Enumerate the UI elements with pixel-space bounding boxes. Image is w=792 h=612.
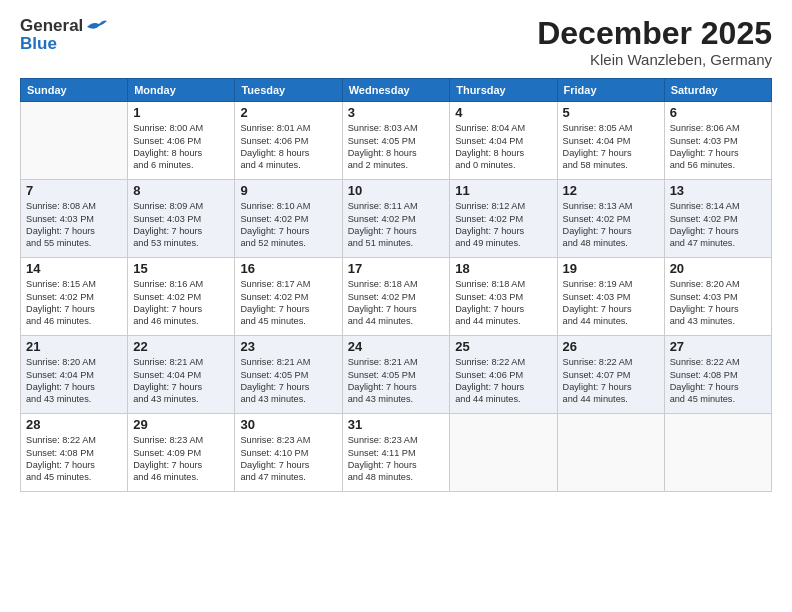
calendar-cell: 28Sunrise: 8:22 AM Sunset: 4:08 PM Dayli… (21, 414, 128, 492)
calendar-cell: 10Sunrise: 8:11 AM Sunset: 4:02 PM Dayli… (342, 180, 450, 258)
header-saturday: Saturday (664, 79, 771, 102)
calendar-cell: 26Sunrise: 8:22 AM Sunset: 4:07 PM Dayli… (557, 336, 664, 414)
cell-date-number: 9 (240, 183, 336, 198)
cell-info-text: Sunrise: 8:21 AM Sunset: 4:05 PM Dayligh… (348, 356, 445, 406)
logo-text-general: General (20, 16, 83, 36)
calendar-cell: 1Sunrise: 8:00 AM Sunset: 4:06 PM Daylig… (128, 102, 235, 180)
calendar-cell: 8Sunrise: 8:09 AM Sunset: 4:03 PM Daylig… (128, 180, 235, 258)
cell-date-number: 5 (563, 105, 659, 120)
cell-date-number: 19 (563, 261, 659, 276)
calendar-title: December 2025 (537, 16, 772, 51)
cell-info-text: Sunrise: 8:16 AM Sunset: 4:02 PM Dayligh… (133, 278, 229, 328)
cell-info-text: Sunrise: 8:14 AM Sunset: 4:02 PM Dayligh… (670, 200, 766, 250)
cell-info-text: Sunrise: 8:22 AM Sunset: 4:08 PM Dayligh… (670, 356, 766, 406)
cell-info-text: Sunrise: 8:23 AM Sunset: 4:09 PM Dayligh… (133, 434, 229, 484)
header-sunday: Sunday (21, 79, 128, 102)
calendar-week-row: 1Sunrise: 8:00 AM Sunset: 4:06 PM Daylig… (21, 102, 772, 180)
cell-info-text: Sunrise: 8:12 AM Sunset: 4:02 PM Dayligh… (455, 200, 551, 250)
cell-info-text: Sunrise: 8:09 AM Sunset: 4:03 PM Dayligh… (133, 200, 229, 250)
cell-info-text: Sunrise: 8:22 AM Sunset: 4:08 PM Dayligh… (26, 434, 122, 484)
cell-info-text: Sunrise: 8:06 AM Sunset: 4:03 PM Dayligh… (670, 122, 766, 172)
calendar-subtitle: Klein Wanzleben, Germany (537, 51, 772, 68)
cell-date-number: 18 (455, 261, 551, 276)
cell-info-text: Sunrise: 8:20 AM Sunset: 4:03 PM Dayligh… (670, 278, 766, 328)
calendar-cell (450, 414, 557, 492)
cell-info-text: Sunrise: 8:04 AM Sunset: 4:04 PM Dayligh… (455, 122, 551, 172)
cell-date-number: 25 (455, 339, 551, 354)
cell-date-number: 22 (133, 339, 229, 354)
cell-date-number: 2 (240, 105, 336, 120)
calendar-cell: 19Sunrise: 8:19 AM Sunset: 4:03 PM Dayli… (557, 258, 664, 336)
calendar-cell: 17Sunrise: 8:18 AM Sunset: 4:02 PM Dayli… (342, 258, 450, 336)
logo-bird-icon (85, 19, 107, 35)
calendar-cell: 27Sunrise: 8:22 AM Sunset: 4:08 PM Dayli… (664, 336, 771, 414)
cell-info-text: Sunrise: 8:19 AM Sunset: 4:03 PM Dayligh… (563, 278, 659, 328)
calendar-week-row: 7Sunrise: 8:08 AM Sunset: 4:03 PM Daylig… (21, 180, 772, 258)
page: General Blue December 2025 Klein Wanzleb… (0, 0, 792, 612)
cell-date-number: 7 (26, 183, 122, 198)
cell-info-text: Sunrise: 8:23 AM Sunset: 4:11 PM Dayligh… (348, 434, 445, 484)
calendar-week-row: 14Sunrise: 8:15 AM Sunset: 4:02 PM Dayli… (21, 258, 772, 336)
cell-info-text: Sunrise: 8:22 AM Sunset: 4:07 PM Dayligh… (563, 356, 659, 406)
calendar-cell: 23Sunrise: 8:21 AM Sunset: 4:05 PM Dayli… (235, 336, 342, 414)
cell-info-text: Sunrise: 8:18 AM Sunset: 4:03 PM Dayligh… (455, 278, 551, 328)
calendar-week-row: 28Sunrise: 8:22 AM Sunset: 4:08 PM Dayli… (21, 414, 772, 492)
cell-date-number: 20 (670, 261, 766, 276)
cell-date-number: 6 (670, 105, 766, 120)
cell-date-number: 28 (26, 417, 122, 432)
cell-date-number: 21 (26, 339, 122, 354)
cell-date-number: 13 (670, 183, 766, 198)
cell-info-text: Sunrise: 8:13 AM Sunset: 4:02 PM Dayligh… (563, 200, 659, 250)
cell-date-number: 26 (563, 339, 659, 354)
cell-info-text: Sunrise: 8:18 AM Sunset: 4:02 PM Dayligh… (348, 278, 445, 328)
cell-date-number: 1 (133, 105, 229, 120)
cell-date-number: 3 (348, 105, 445, 120)
calendar-cell: 11Sunrise: 8:12 AM Sunset: 4:02 PM Dayli… (450, 180, 557, 258)
cell-date-number: 10 (348, 183, 445, 198)
title-block: December 2025 Klein Wanzleben, Germany (537, 16, 772, 68)
calendar-cell: 15Sunrise: 8:16 AM Sunset: 4:02 PM Dayli… (128, 258, 235, 336)
calendar-cell: 21Sunrise: 8:20 AM Sunset: 4:04 PM Dayli… (21, 336, 128, 414)
cell-date-number: 31 (348, 417, 445, 432)
cell-date-number: 14 (26, 261, 122, 276)
calendar-cell: 13Sunrise: 8:14 AM Sunset: 4:02 PM Dayli… (664, 180, 771, 258)
cell-date-number: 30 (240, 417, 336, 432)
cell-info-text: Sunrise: 8:11 AM Sunset: 4:02 PM Dayligh… (348, 200, 445, 250)
cell-date-number: 27 (670, 339, 766, 354)
cell-info-text: Sunrise: 8:23 AM Sunset: 4:10 PM Dayligh… (240, 434, 336, 484)
cell-date-number: 15 (133, 261, 229, 276)
cell-info-text: Sunrise: 8:21 AM Sunset: 4:05 PM Dayligh… (240, 356, 336, 406)
calendar-week-row: 21Sunrise: 8:20 AM Sunset: 4:04 PM Dayli… (21, 336, 772, 414)
header-wednesday: Wednesday (342, 79, 450, 102)
cell-info-text: Sunrise: 8:10 AM Sunset: 4:02 PM Dayligh… (240, 200, 336, 250)
calendar-cell: 14Sunrise: 8:15 AM Sunset: 4:02 PM Dayli… (21, 258, 128, 336)
calendar-cell: 4Sunrise: 8:04 AM Sunset: 4:04 PM Daylig… (450, 102, 557, 180)
cell-date-number: 12 (563, 183, 659, 198)
calendar-cell: 6Sunrise: 8:06 AM Sunset: 4:03 PM Daylig… (664, 102, 771, 180)
calendar-table: Sunday Monday Tuesday Wednesday Thursday… (20, 78, 772, 492)
cell-info-text: Sunrise: 8:15 AM Sunset: 4:02 PM Dayligh… (26, 278, 122, 328)
calendar-cell: 2Sunrise: 8:01 AM Sunset: 4:06 PM Daylig… (235, 102, 342, 180)
header-thursday: Thursday (450, 79, 557, 102)
header: General Blue December 2025 Klein Wanzleb… (20, 16, 772, 68)
calendar-cell: 7Sunrise: 8:08 AM Sunset: 4:03 PM Daylig… (21, 180, 128, 258)
calendar-cell: 5Sunrise: 8:05 AM Sunset: 4:04 PM Daylig… (557, 102, 664, 180)
calendar-cell: 22Sunrise: 8:21 AM Sunset: 4:04 PM Dayli… (128, 336, 235, 414)
cell-info-text: Sunrise: 8:01 AM Sunset: 4:06 PM Dayligh… (240, 122, 336, 172)
cell-date-number: 11 (455, 183, 551, 198)
logo: General Blue (20, 16, 107, 54)
cell-info-text: Sunrise: 8:08 AM Sunset: 4:03 PM Dayligh… (26, 200, 122, 250)
cell-info-text: Sunrise: 8:05 AM Sunset: 4:04 PM Dayligh… (563, 122, 659, 172)
calendar-cell (21, 102, 128, 180)
cell-info-text: Sunrise: 8:21 AM Sunset: 4:04 PM Dayligh… (133, 356, 229, 406)
header-monday: Monday (128, 79, 235, 102)
logo-text-blue: Blue (20, 34, 57, 54)
calendar-cell: 24Sunrise: 8:21 AM Sunset: 4:05 PM Dayli… (342, 336, 450, 414)
calendar-cell: 30Sunrise: 8:23 AM Sunset: 4:10 PM Dayli… (235, 414, 342, 492)
calendar-cell: 20Sunrise: 8:20 AM Sunset: 4:03 PM Dayli… (664, 258, 771, 336)
cell-date-number: 4 (455, 105, 551, 120)
calendar-cell: 18Sunrise: 8:18 AM Sunset: 4:03 PM Dayli… (450, 258, 557, 336)
header-tuesday: Tuesday (235, 79, 342, 102)
calendar-cell: 3Sunrise: 8:03 AM Sunset: 4:05 PM Daylig… (342, 102, 450, 180)
cell-info-text: Sunrise: 8:00 AM Sunset: 4:06 PM Dayligh… (133, 122, 229, 172)
